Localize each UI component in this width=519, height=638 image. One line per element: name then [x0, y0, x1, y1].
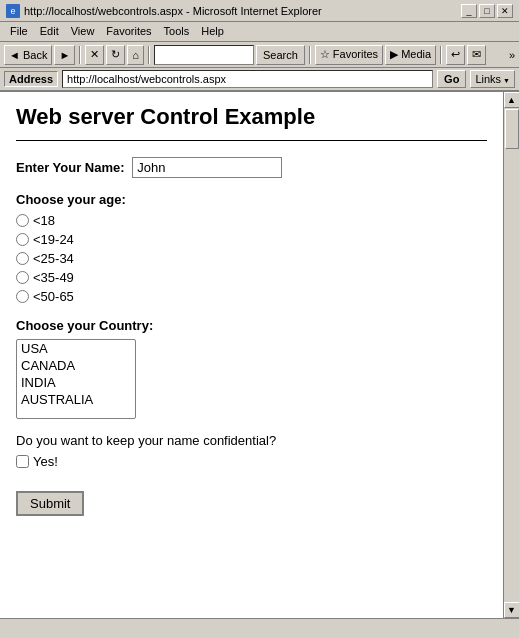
scroll-up-button[interactable]: ▲ [504, 92, 520, 108]
menu-edit[interactable]: Edit [34, 24, 65, 39]
age-option-0: <18 [16, 213, 487, 228]
menu-view[interactable]: View [65, 24, 101, 39]
toolbar-overflow: » [509, 49, 515, 61]
confidential-label: Do you want to keep your name confidenti… [16, 433, 487, 448]
age-option-label-4: <50-65 [33, 289, 74, 304]
name-section: Enter Your Name: [16, 157, 487, 178]
age-option-3: <35-49 [16, 270, 487, 285]
forward-button[interactable]: ► [54, 45, 75, 65]
mail-button[interactable]: ✉ [467, 45, 486, 65]
links-label: Links [475, 73, 501, 85]
age-radio-2[interactable] [16, 252, 29, 265]
age-radio-3[interactable] [16, 271, 29, 284]
scrollbar: ▲ ▼ [503, 92, 519, 618]
menu-help[interactable]: Help [195, 24, 230, 39]
age-radio-1[interactable] [16, 233, 29, 246]
scroll-thumb[interactable] [505, 109, 519, 149]
confidential-section: Do you want to keep your name confidenti… [16, 433, 487, 469]
address-input[interactable] [62, 70, 433, 88]
name-label: Enter Your Name: [16, 160, 125, 175]
menu-tools[interactable]: Tools [158, 24, 196, 39]
menu-favorites[interactable]: Favorites [100, 24, 157, 39]
toolbar-separator-4 [440, 46, 442, 64]
page-title: Web server Control Example [16, 104, 487, 130]
search-button[interactable]: Search [256, 45, 305, 65]
history-button[interactable]: ↩ [446, 45, 465, 65]
go-button[interactable]: Go [437, 70, 466, 88]
age-option-label-1: <19-24 [33, 232, 74, 247]
age-label: Choose your age: [16, 192, 487, 207]
age-option-1: <19-24 [16, 232, 487, 247]
submit-button[interactable]: Submit [16, 491, 84, 516]
minimize-button[interactable]: _ [461, 4, 477, 18]
country-listbox[interactable]: USA CANADA INDIA AUSTRALIA [16, 339, 136, 419]
refresh-button[interactable]: ↻ [106, 45, 125, 65]
status-bar [0, 618, 519, 638]
window-controls[interactable]: _ □ ✕ [461, 4, 513, 18]
toolbar-separator-3 [309, 46, 311, 64]
search-input[interactable] [154, 45, 254, 65]
age-option-4: <50-65 [16, 289, 487, 304]
country-option-canada[interactable]: CANADA [17, 357, 135, 374]
maximize-button[interactable]: □ [479, 4, 495, 18]
address-bar: Address Go Links [0, 68, 519, 92]
toolbar: ◄ Back ► ✕ ↻ ⌂ Search ☆ Favorites ▶ Medi… [0, 42, 519, 68]
age-option-2: <25-34 [16, 251, 487, 266]
age-option-label-3: <35-49 [33, 270, 74, 285]
confidential-checkbox[interactable] [16, 455, 29, 468]
favorites-button[interactable]: ☆ Favorites [315, 45, 383, 65]
toolbar-separator-1 [79, 46, 81, 64]
confidential-checkbox-row: Yes! [16, 454, 487, 469]
country-option-india[interactable]: INDIA [17, 374, 135, 391]
links-chevron-icon [503, 73, 510, 85]
age-option-label-2: <25-34 [33, 251, 74, 266]
age-option-label-0: <18 [33, 213, 55, 228]
country-section: Choose your Country: USA CANADA INDIA AU… [16, 318, 487, 419]
browser-content: Web server Control Example Enter Your Na… [0, 92, 519, 618]
country-option-australia[interactable]: AUSTRALIA [17, 391, 135, 408]
address-label: Address [4, 71, 58, 87]
age-radio-4[interactable] [16, 290, 29, 303]
page-content: Web server Control Example Enter Your Na… [0, 92, 503, 618]
browser-icon: e [6, 4, 20, 18]
window-title: http://localhost/webcontrols.aspx - Micr… [24, 5, 322, 17]
menu-bar: File Edit View Favorites Tools Help [0, 22, 519, 42]
age-radio-0[interactable] [16, 214, 29, 227]
name-input[interactable] [132, 157, 282, 178]
scroll-down-button[interactable]: ▼ [504, 602, 520, 618]
title-bar: e http://localhost/webcontrols.aspx - Mi… [0, 0, 519, 22]
scroll-track[interactable] [504, 108, 519, 602]
page-divider [16, 140, 487, 141]
close-button[interactable]: ✕ [497, 4, 513, 18]
country-label: Choose your Country: [16, 318, 487, 333]
title-bar-left: e http://localhost/webcontrols.aspx - Mi… [6, 4, 322, 18]
back-button[interactable]: ◄ Back [4, 45, 52, 65]
confidential-checkbox-label: Yes! [33, 454, 58, 469]
age-section: Choose your age: <18 <19-24 <25-34 <35-4… [16, 192, 487, 304]
toolbar-separator-2 [148, 46, 150, 64]
links-button[interactable]: Links [470, 70, 515, 88]
menu-file[interactable]: File [4, 24, 34, 39]
country-option-usa[interactable]: USA [17, 340, 135, 357]
media-button[interactable]: ▶ Media [385, 45, 436, 65]
stop-button[interactable]: ✕ [85, 45, 104, 65]
home-button[interactable]: ⌂ [127, 45, 144, 65]
